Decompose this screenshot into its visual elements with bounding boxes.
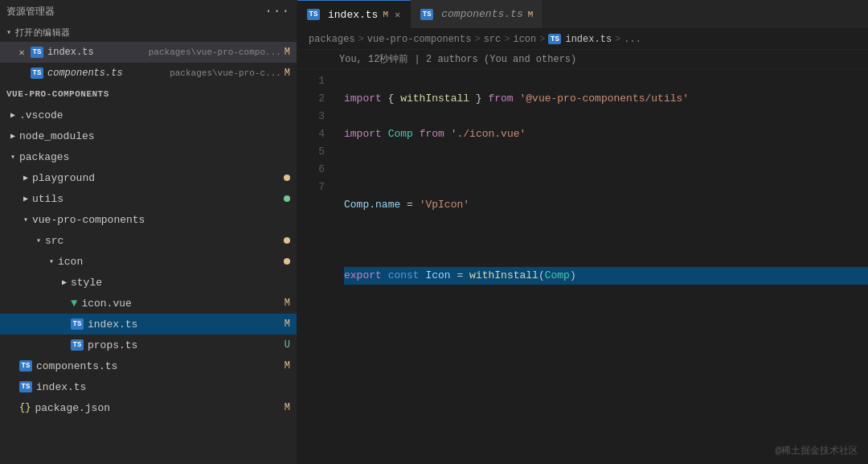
- modified-dot: [284, 237, 290, 244]
- open-file-components-ts[interactable]: TS components.ts packages\vue-pro-c... M: [0, 63, 297, 84]
- resources-header: 资源管理器 ···: [0, 0, 297, 23]
- file-label: index.ts: [36, 381, 290, 393]
- close-icon[interactable]: ✕: [16, 47, 27, 59]
- chevron-down-icon: ▾: [45, 257, 58, 266]
- bc-packages[interactable]: packages: [309, 34, 355, 45]
- modified-badge: M: [285, 360, 290, 372]
- file-name-label: components.ts: [47, 68, 166, 79]
- file-label: components.ts: [36, 360, 281, 372]
- folder-label: src: [45, 235, 280, 247]
- chevron-down-icon: ▾: [6, 27, 12, 37]
- ts-file-icon: TS: [31, 68, 43, 79]
- tree-item-index-ts[interactable]: TS index.ts M: [0, 314, 297, 335]
- chevron-down-icon: ▾: [32, 236, 45, 245]
- tab-modified-dot: M: [383, 10, 388, 19]
- bc-sep: >: [504, 34, 510, 45]
- breadcrumb: packages > vue-pro-components > src > ic…: [297, 29, 868, 50]
- file-label: icon.vue: [81, 298, 280, 310]
- folder-label: utils: [32, 193, 280, 205]
- tree-item-utils[interactable]: ▶ utils: [0, 188, 297, 209]
- code-line-5: [344, 232, 868, 249]
- modified-badge: M: [285, 402, 290, 413]
- code-area[interactable]: 1 2 3 4 5 6 7 import { withInstall } fro…: [297, 69, 868, 464]
- tree-item-style[interactable]: ▶ style: [0, 272, 297, 293]
- tree-item-icon[interactable]: ▾ icon: [0, 251, 297, 272]
- tree-item-icon-vue[interactable]: ▼ icon.vue M: [0, 293, 297, 314]
- chevron-right-icon: ▶: [6, 131, 19, 141]
- modified-dot: [284, 258, 290, 265]
- resources-title: 资源管理器: [6, 5, 55, 18]
- tree-item-vue-pro-components[interactable]: ▾ vue-pro-components: [0, 209, 297, 230]
- folder-label: icon: [58, 256, 280, 268]
- ts-file-icon: TS: [71, 339, 84, 351]
- code-line-4: Comp.name = 'VpIcon': [344, 196, 868, 214]
- tree-item-root-index-ts[interactable]: TS index.ts: [0, 376, 297, 397]
- modified-badge: M: [285, 47, 290, 58]
- ts-icon: TS: [420, 9, 433, 20]
- bc-src[interactable]: src: [484, 34, 502, 45]
- line-number: 3: [297, 108, 325, 125]
- folder-label: node_modules: [19, 130, 290, 142]
- tab-components-ts[interactable]: TS components.ts M: [411, 0, 543, 28]
- bc-filename[interactable]: index.ts: [565, 34, 612, 45]
- tree-item-playground[interactable]: ▶ playground: [0, 167, 297, 188]
- folder-label: packages: [19, 151, 290, 163]
- code-line-3: [344, 161, 868, 179]
- sidebar: 资源管理器 ··· ▾ 打开的编辑器 ✕ TS index.ts package…: [0, 0, 297, 464]
- modified-badge: M: [285, 298, 290, 309]
- modified-dot: [284, 175, 290, 181]
- tab-label: index.ts: [328, 9, 378, 21]
- file-label: package.json: [35, 402, 280, 414]
- line-numbers: 1 2 3 4 5 6 7: [297, 69, 334, 464]
- tab-close-icon[interactable]: ✕: [395, 9, 400, 21]
- open-editors-section: ▾ 打开的编辑器 ✕ TS index.ts packages\vue-pro-…: [0, 23, 297, 84]
- ts-icon: TS: [307, 9, 320, 20]
- ts-file-icon: TS: [31, 47, 43, 58]
- bc-sep: >: [358, 34, 364, 45]
- ts-file-icon: TS: [19, 360, 32, 372]
- json-file-icon: {}: [19, 402, 31, 413]
- ts-file-icon: TS: [71, 318, 84, 330]
- code-content[interactable]: import { withInstall } from '@vue-pro-co…: [334, 69, 868, 464]
- editor-main: TS index.ts M ✕ TS components.ts M packa…: [297, 0, 868, 464]
- file-label: index.ts: [88, 318, 281, 331]
- tree-item-package-json[interactable]: {} package.json M: [0, 397, 297, 418]
- root-label: VUE-PRO-COMPONENTS: [0, 84, 297, 105]
- file-path-label: packages\vue-pro-compo...: [149, 47, 281, 57]
- chevron-right-icon: ▶: [58, 277, 71, 287]
- file-name-label: index.ts: [47, 47, 145, 58]
- tree-item-props-ts[interactable]: TS props.ts U: [0, 335, 297, 355]
- line-number: 1: [297, 72, 325, 90]
- open-file-index-ts[interactable]: ✕ TS index.ts packages\vue-pro-compo... …: [0, 42, 297, 63]
- tab-index-ts[interactable]: TS index.ts M ✕: [297, 0, 411, 28]
- folder-label: .vscode: [19, 109, 290, 121]
- line-number: 6: [297, 161, 325, 179]
- tree-item-vscode[interactable]: ▶ .vscode: [0, 105, 297, 125]
- more-options-icon[interactable]: ···: [264, 4, 290, 18]
- tab-label: components.ts: [441, 8, 522, 20]
- line-number: 2: [297, 90, 325, 108]
- vue-file-icon: ▼: [71, 297, 77, 310]
- file-label: props.ts: [88, 339, 281, 351]
- tab-modified-dot: M: [528, 10, 534, 19]
- code-line-2: import Comp from './icon.vue': [344, 125, 868, 143]
- bc-icon[interactable]: icon: [513, 34, 536, 45]
- code-line-6: export const Icon = withInstall(Comp): [344, 267, 868, 285]
- bc-ellipsis[interactable]: ...: [624, 34, 641, 45]
- git-info-text: You, 12秒钟前 | 2 authors (You and others): [339, 52, 576, 66]
- tree-item-packages[interactable]: ▾ packages: [0, 146, 297, 167]
- code-line-7: [344, 302, 868, 320]
- chevron-down-icon: ▾: [19, 215, 32, 224]
- git-info-bar: You, 12秒钟前 | 2 authors (You and others): [297, 50, 868, 69]
- bc-sep: >: [615, 34, 620, 45]
- chevron-down-icon: ▾: [6, 152, 19, 162]
- tree-item-node-modules[interactable]: ▶ node_modules: [0, 125, 297, 146]
- tree-item-src[interactable]: ▾ src: [0, 230, 297, 251]
- bc-vue-pro[interactable]: vue-pro-components: [367, 34, 472, 45]
- file-explorer: VUE-PRO-COMPONENTS ▶ .vscode ▶ node_modu…: [0, 84, 297, 464]
- code-line-1: import { withInstall } from '@vue-pro-co…: [344, 90, 868, 108]
- modified-badge: M: [285, 318, 290, 330]
- chevron-right-icon: ▶: [6, 110, 19, 120]
- tree-item-components-ts[interactable]: TS components.ts M: [0, 355, 297, 376]
- untracked-badge: U: [285, 339, 290, 351]
